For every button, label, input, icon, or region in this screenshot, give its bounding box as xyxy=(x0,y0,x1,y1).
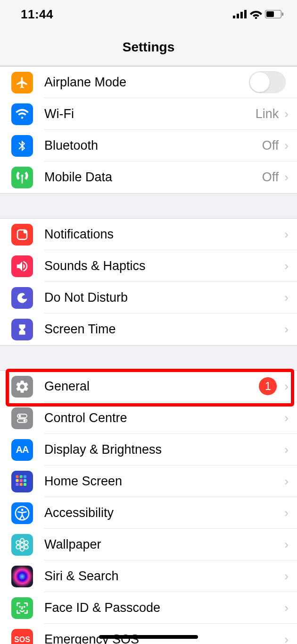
dnd-label: Do Not Disturb xyxy=(44,290,284,305)
svg-rect-1 xyxy=(237,14,239,18)
mobile-data-value: Off xyxy=(262,170,279,185)
chevron-icon: › xyxy=(284,411,289,425)
svg-point-33 xyxy=(24,606,25,607)
switches-icon xyxy=(11,407,33,429)
wallpaper-row[interactable]: Wallpaper› xyxy=(0,529,297,560)
battery-icon xyxy=(265,10,284,18)
aa-icon: AA xyxy=(11,439,33,461)
home-screen-label: Home Screen xyxy=(44,474,284,489)
svg-rect-19 xyxy=(24,479,26,482)
sounds-label: Sounds & Haptics xyxy=(44,259,284,273)
sos-icon: SOS xyxy=(11,629,33,644)
chevron-icon: › xyxy=(284,632,289,644)
control-centre-row[interactable]: Control Centre› xyxy=(0,402,297,434)
chevron-icon: › xyxy=(284,107,289,121)
svg-rect-0 xyxy=(233,16,235,18)
status-time: 11:44 xyxy=(21,7,53,22)
airplane-mode-row[interactable]: Airplane Mode xyxy=(0,67,297,98)
wallpaper-label: Wallpaper xyxy=(44,537,284,552)
general-label: General xyxy=(44,379,259,394)
svg-rect-2 xyxy=(240,12,243,18)
chevron-icon: › xyxy=(284,170,289,185)
settings-group-connectivity: Airplane Mode Wi-Fi Link › Bluetooth Off… xyxy=(0,66,297,194)
screen-time-row[interactable]: Screen Time› xyxy=(0,314,297,345)
wifi-value: Link xyxy=(256,107,279,121)
svg-rect-15 xyxy=(20,475,23,478)
svg-point-24 xyxy=(21,508,24,511)
faceid-label: Face ID & Passcode xyxy=(44,601,284,615)
home-indicator[interactable] xyxy=(99,635,198,639)
svg-point-9 xyxy=(24,230,27,234)
faceid-icon xyxy=(11,597,33,619)
dnd-row[interactable]: Do Not Disturb› xyxy=(0,282,297,314)
svg-rect-16 xyxy=(24,475,26,478)
svg-rect-7 xyxy=(282,13,283,16)
accessibility-label: Accessibility xyxy=(44,506,284,520)
svg-point-11 xyxy=(19,415,21,417)
faceid-row[interactable]: Face ID & Passcode› xyxy=(0,592,297,624)
status-icons xyxy=(233,9,284,19)
chevron-icon: › xyxy=(284,227,289,242)
sounds-icon xyxy=(11,255,33,277)
siri-label: Siri & Search xyxy=(44,569,284,584)
notifications-icon xyxy=(11,224,33,246)
wifi-row[interactable]: Wi-Fi Link › xyxy=(0,98,297,130)
chevron-icon: › xyxy=(284,322,289,337)
svg-point-4 xyxy=(255,17,257,19)
chevron-icon: › xyxy=(284,474,289,489)
page-title: Settings xyxy=(123,40,174,55)
chevron-icon: › xyxy=(284,138,289,153)
sos-row[interactable]: SOS Emergency SOS› xyxy=(0,624,297,644)
general-row[interactable]: General 1 › xyxy=(0,371,297,402)
sounds-row[interactable]: Sounds & Haptics› xyxy=(0,250,297,282)
control-centre-label: Control Centre xyxy=(44,411,284,425)
moon-icon xyxy=(11,287,33,309)
wifi-status-icon xyxy=(250,9,262,19)
svg-rect-18 xyxy=(20,479,23,482)
svg-rect-22 xyxy=(24,483,26,486)
svg-rect-21 xyxy=(20,483,23,486)
wifi-label: Wi-Fi xyxy=(44,107,256,121)
chevron-icon: › xyxy=(284,537,289,552)
home-screen-row[interactable]: Home Screen› xyxy=(0,466,297,497)
svg-point-26 xyxy=(20,538,24,542)
chevron-icon: › xyxy=(284,379,289,394)
notifications-label: Notifications xyxy=(44,227,284,242)
svg-point-30 xyxy=(16,545,20,549)
chevron-icon: › xyxy=(284,442,289,457)
mobile-data-label: Mobile Data xyxy=(44,170,262,185)
notifications-row[interactable]: Notifications› xyxy=(0,219,297,250)
bluetooth-label: Bluetooth xyxy=(44,138,262,153)
antenna-icon xyxy=(11,167,33,188)
svg-point-31 xyxy=(25,545,28,549)
flower-icon xyxy=(11,534,33,556)
svg-rect-3 xyxy=(244,10,247,18)
chevron-icon: › xyxy=(284,569,289,584)
accessibility-icon xyxy=(11,502,33,524)
airplane-icon xyxy=(11,72,33,93)
header: Settings xyxy=(0,28,297,66)
svg-point-32 xyxy=(20,606,20,607)
svg-point-13 xyxy=(24,419,26,422)
gear-icon xyxy=(11,376,33,398)
chevron-icon: › xyxy=(284,601,289,615)
svg-point-25 xyxy=(20,543,24,547)
svg-rect-6 xyxy=(266,11,274,17)
siri-icon xyxy=(11,566,33,587)
cellular-icon xyxy=(233,10,247,18)
hourglass-icon xyxy=(11,319,33,340)
accessibility-row[interactable]: Accessibility› xyxy=(0,497,297,529)
display-row[interactable]: AA Display & Brightness› xyxy=(0,434,297,466)
svg-rect-14 xyxy=(16,475,19,478)
chevron-icon: › xyxy=(284,259,289,273)
siri-row[interactable]: Siri & Search› xyxy=(0,560,297,592)
airplane-mode-toggle[interactable] xyxy=(249,71,286,93)
chevron-icon: › xyxy=(284,506,289,520)
mobile-data-row[interactable]: Mobile Data Off › xyxy=(0,161,297,193)
svg-rect-20 xyxy=(16,483,19,486)
screen-time-label: Screen Time xyxy=(44,322,284,337)
bluetooth-row[interactable]: Bluetooth Off › xyxy=(0,130,297,161)
bluetooth-value: Off xyxy=(262,138,279,153)
svg-rect-17 xyxy=(16,479,19,482)
svg-point-28 xyxy=(16,541,20,544)
